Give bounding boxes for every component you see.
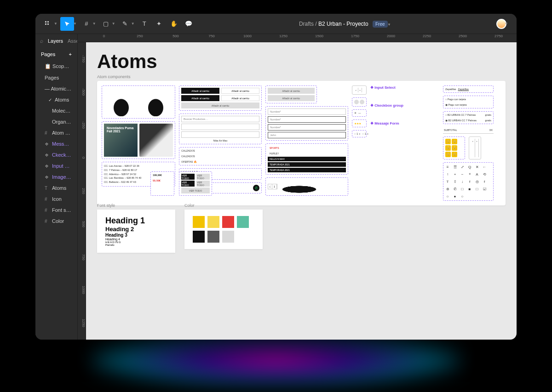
chevron-down-icon[interactable]: ▼ [92,22,96,26]
move-tool[interactable] [60,17,74,31]
tab-item[interactable]: Zapatillas [445,88,456,91]
page-item[interactable]: Molecules [35,105,77,116]
name-input[interactable]: John [268,132,346,138]
plan-badge[interactable]: Free [373,21,388,28]
price: 199,99€ [153,174,162,176]
icon: ☰ [453,165,457,169]
name-input[interactable]: Nombre* [268,124,346,131]
component-label[interactable]: Ckeckbox group [370,103,439,108]
icon: Q [467,165,472,169]
subtotal-label: SUBTOTAL [444,129,457,131]
tab-item[interactable]: Zapatillas [458,88,469,91]
plus-icon[interactable]: + [367,132,368,135]
shape-tool[interactable]: ▢ [99,17,113,31]
text-input[interactable] [181,131,259,138]
svg-rect-0 [45,21,46,23]
ver-button[interactable]: VER TODO [181,174,195,180]
layer-item[interactable]: #Color [35,216,77,227]
comment-tool[interactable]: 💬 [182,17,196,31]
search-input[interactable]: Buscar Productos… [181,116,259,122]
page-item[interactable]: Pages [35,72,77,83]
add-cart-button[interactable]: Añadir al carrito [268,95,315,101]
heading-2: Heading 2 [105,226,167,233]
color-swatch[interactable] [222,231,234,243]
tab-assets[interactable]: Assets [68,38,78,44]
color-swatch[interactable] [207,216,219,228]
add-cart-button[interactable]: Añadir al carrito [268,88,315,94]
name-input[interactable]: Nombre* [268,108,346,115]
resources-tool[interactable]: ✦ [152,17,166,31]
layer-item[interactable]: ❖Messaje Form [35,138,77,149]
page-item[interactable]: — Atomic Design ————… [35,83,77,94]
layer-item[interactable]: ❖Input Select [35,160,77,171]
canvas[interactable]: Atoms Atom components Novedades Puma Fal… [86,42,517,340]
chevron-down-icon[interactable]: ▼ [505,22,508,26]
figma-window: ▼ ▼ # ▼ ▢ ▼ ✎ ▼ T ✦ ✋ 💬 Drafts / B2 Urba… [35,14,517,340]
color-swatch[interactable] [237,216,249,228]
breadcrumb-project: B2 Urban - Proyecto [318,21,368,27]
add-cart-button[interactable]: Añadir al carrito [181,95,219,101]
ver-button[interactable]: VER TODO [196,174,210,180]
chevron-down-icon[interactable]: ▼ [387,23,391,27]
text-tool[interactable]: T [138,17,151,31]
product-image[interactable] [139,124,173,157]
heading-4: Heading 4 [105,238,167,241]
link-list: CALZADOSCALZADOSOFERTAS 🔥 [179,147,262,165]
shipping-options[interactable]: ○ B2 URBAN·CC 7 Palmasgratis◉ B2 URBAN·C… [443,111,494,124]
ver-button[interactable]: VER TODO [181,187,210,193]
menu-icon[interactable] [41,17,55,31]
radio-group[interactable]: ○ Pago con tarjeta◉ Pago con tarjeta [443,96,494,108]
hand-tool[interactable]: ✋ [167,17,181,31]
minus-icon[interactable]: − [362,132,364,135]
color-swatch[interactable] [193,231,205,243]
ver-button[interactable]: VER TODO [181,181,195,187]
pager-arrows[interactable]: ‹› [469,136,481,159]
chevron-down-icon[interactable]: ▼ [54,22,58,26]
breadcrumb-folder: Drafts [299,21,314,27]
component-label[interactable]: Messaje Form [370,121,439,125]
chevron-down-icon[interactable]: ▼ [73,22,77,26]
tab-layers[interactable]: Layers [48,38,63,44]
breadcrumb[interactable]: Drafts / B2 Urban - Proyecto Free ▼ [196,21,496,27]
svg-rect-1 [47,21,49,23]
frame-tool[interactable]: # [80,17,93,31]
promo-image[interactable]: Novedades Puma Fall 2021 [104,124,138,157]
layer-item[interactable]: ❖Ckeckbox group [35,149,77,160]
name-input[interactable]: Nombre* [268,116,346,123]
color-swatch[interactable] [222,216,234,228]
icon: ← [482,165,487,169]
shoe-image[interactable] [102,85,175,119]
layer-item[interactable]: ❖Image card [35,171,77,182]
add-cart-button[interactable]: Añadir al carrito [221,88,259,94]
plus-icon[interactable]: + [359,132,360,135]
text-input[interactable] [181,124,259,130]
heading-1: Heading 1 [105,216,167,226]
add-cart-button[interactable]: Añadir al carrito [181,102,259,108]
add-cart-button[interactable]: Añadir al carrito [221,95,259,101]
layer-item[interactable]: #Atom components [35,127,77,138]
color-frame[interactable] [184,210,263,249]
ver-button[interactable]: VER TODO [196,181,210,187]
component-label[interactable]: Input Select [370,85,439,90]
svg-rect-2 [45,23,46,25]
add-page-icon[interactable]: + [69,51,72,57]
qty-stepper[interactable]: − 1 + − 1 + [352,130,367,137]
pen-tool[interactable]: ✎ [118,17,132,31]
minus-icon[interactable]: − [354,132,356,135]
page-item[interactable]: Atoms [35,94,77,105]
qty-value: 1 [365,132,366,135]
layer-item[interactable]: #Font style [35,205,77,216]
pager-arrows[interactable]: ‹› [352,85,367,95]
layer-item[interactable]: #Icon [35,193,77,205]
font-frame[interactable]: Heading 1 Heading 2 Heading 3 Heading 4 … [97,210,175,253]
search-icon[interactable]: ⌕ [40,38,43,44]
add-cart-button[interactable]: Añadir al carrito [181,88,219,94]
chevron-down-icon[interactable]: ▼ [112,22,115,26]
page-title: Atoms [97,51,506,73]
color-swatch[interactable] [207,231,219,243]
page-item[interactable]: 📋 Scope Canvas [35,61,77,72]
page-item[interactable]: Organism - Template parts [35,116,77,127]
layer-item[interactable]: TAtoms [35,182,77,193]
chevron-down-icon[interactable]: ▼ [131,22,135,26]
color-swatch[interactable] [193,216,205,228]
